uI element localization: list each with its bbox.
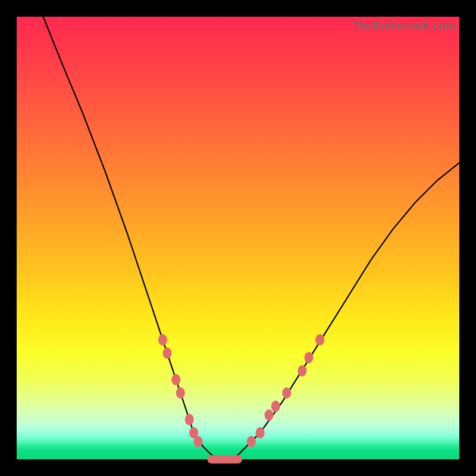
curve-marker xyxy=(194,436,203,447)
curve-marker xyxy=(305,352,314,363)
markers-left xyxy=(158,334,203,447)
curve-marker xyxy=(282,387,291,399)
chart-frame: TheBottleneck.com xyxy=(0,0,476,476)
curve-marker xyxy=(163,347,172,359)
bottleneck-curve xyxy=(43,17,459,459)
curve-marker xyxy=(271,400,280,412)
curve-marker xyxy=(171,374,180,386)
curve-marker xyxy=(247,436,256,447)
curve-marker xyxy=(298,365,306,377)
curve-marker xyxy=(185,414,194,425)
curve-layer xyxy=(17,17,459,459)
curve-marker xyxy=(176,387,185,399)
plot-area: TheBottleneck.com xyxy=(17,17,459,459)
curve-marker xyxy=(265,409,274,421)
curve-marker xyxy=(256,427,265,439)
curve-marker xyxy=(315,334,324,346)
markers-right xyxy=(247,334,324,447)
curve-marker xyxy=(158,334,167,346)
